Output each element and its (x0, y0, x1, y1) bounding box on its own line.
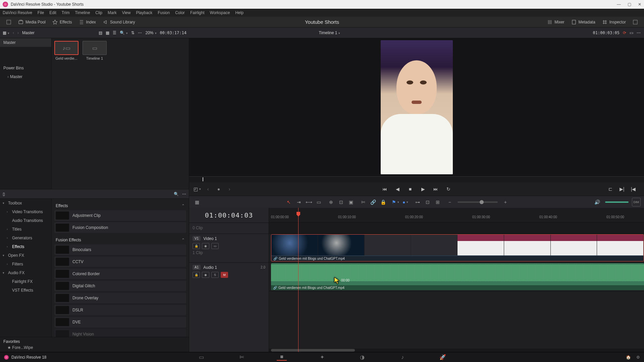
fx-preset[interactable]: Binoculars (54, 244, 186, 255)
menu-edit[interactable]: Edit (49, 10, 56, 15)
clip-item[interactable]: ♪▭ Geld verdie... (54, 41, 78, 60)
stop-button[interactable]: ■ (406, 185, 414, 193)
lock-button[interactable]: 🔒 (379, 198, 388, 206)
last-frame-button[interactable]: ⏭ (432, 185, 440, 193)
menu-mark[interactable]: Mark (108, 10, 117, 15)
timeline-scrollbar[interactable] (269, 349, 644, 352)
zoom-fit-button[interactable]: ⊡ (423, 198, 432, 206)
track-lock-button[interactable]: 🔒 (193, 243, 200, 249)
effects-button[interactable]: Effects (49, 18, 75, 26)
viewer-canvas[interactable] (189, 38, 644, 176)
track-mute-button[interactable]: M (221, 272, 228, 278)
marker-button[interactable]: ●▾ (401, 198, 410, 206)
mixer-button[interactable]: Mixer (544, 18, 568, 26)
zoom-in-button[interactable]: + (501, 198, 510, 206)
fx-vst[interactable]: VST Effects (0, 286, 51, 295)
viewer-scrubber[interactable] (189, 176, 644, 182)
power-bin-master[interactable]: ›Master (0, 72, 51, 81)
match-frame-rec[interactable]: ● (215, 185, 223, 193)
track-solo-button[interactable]: S (211, 272, 219, 278)
video-clip[interactable]: 🔗Geld verdienen mit Blogs und ChatGPT.mp… (271, 234, 644, 261)
go-next-button[interactable]: ▶| (618, 185, 626, 193)
fx-group-effects[interactable]: Effects⌃ (54, 201, 186, 210)
nav-fwd-button[interactable]: › (17, 31, 19, 35)
menu-playback[interactable]: Playback (136, 10, 152, 15)
video-track-header[interactable]: V1Video 1 🔒 ◉ ▭ 1 Clip (189, 234, 269, 262)
fx-preset[interactable]: Adjustment Clip (54, 210, 186, 221)
fx-preset[interactable]: Colored Border (54, 268, 186, 279)
overwrite-button[interactable]: ⊡ (337, 198, 345, 206)
fx-group-fusion[interactable]: Fusion Effects⌃ (54, 236, 186, 244)
menu-fusion[interactable]: Fusion (158, 10, 170, 15)
menu-fairlight[interactable]: Fairlight (190, 10, 205, 15)
sort-button[interactable]: ⇅ (131, 31, 135, 35)
first-frame-button[interactable]: ⏮ (381, 185, 389, 193)
timeline-tracks-area[interactable]: 01:00:00:00 01:00:10:00 01:00:20:00 01:0… (269, 208, 644, 352)
more-viewer-button[interactable]: ⋯ (637, 31, 641, 35)
menu-color[interactable]: Color (175, 10, 185, 15)
replace-button[interactable]: ▣ (347, 198, 356, 206)
fx-preset[interactable]: DSLR (54, 305, 186, 315)
play-button[interactable]: ▶ (419, 185, 427, 193)
menu-view[interactable]: View (122, 10, 131, 15)
media-pool-button[interactable]: Media Pool (15, 18, 49, 26)
fx-preset[interactable]: CCTV (54, 256, 186, 267)
track-src-button[interactable]: ◉ (202, 272, 209, 278)
timeline-ruler[interactable]: 01:00:00:00 01:00:10:00 01:00:20:00 01:0… (269, 208, 644, 223)
fx-panel-toggle[interactable]: ▯ (3, 192, 5, 196)
fairlight-page-tab[interactable]: ♪ (397, 354, 408, 360)
playhead[interactable] (298, 208, 299, 352)
zoom-detail-button[interactable]: ⊞ (433, 198, 442, 206)
expand-button[interactable] (3, 18, 15, 26)
breadcrumb[interactable]: Master (22, 31, 35, 35)
fx-video-transitions[interactable]: ›Video Transitions (0, 207, 51, 216)
media-pool-grid[interactable]: ♪▭ Geld verdie... ▭ Timeline 1 (52, 38, 189, 189)
trim-tool[interactable]: ⇥ (294, 198, 303, 206)
crop-button[interactable]: ◰▾ (193, 185, 201, 193)
sound-library-button[interactable]: Sound Library (99, 18, 139, 26)
favorites-header[interactable]: Favorites (3, 339, 185, 344)
mark-in-button[interactable]: ⊏ (606, 185, 614, 193)
blade-tool[interactable]: ▭ (315, 198, 323, 206)
bin-master[interactable]: Master (0, 38, 51, 47)
zoom-level[interactable]: 20%▾ (145, 31, 156, 35)
fx-audio-transitions[interactable]: Audio Transitions (0, 216, 51, 225)
menu-workspace[interactable]: Workspace (210, 10, 230, 15)
bypass-button[interactable]: ⟳ (623, 31, 626, 35)
menu-timeline[interactable]: Timeline (75, 10, 90, 15)
fx-search-button[interactable]: 🔍 (174, 192, 179, 196)
fx-preset[interactable]: Fusion Composition (54, 222, 186, 233)
home-button[interactable]: 🏠 (626, 355, 631, 360)
search-button[interactable]: 🔍▾ (120, 31, 128, 35)
track-src-button[interactable]: ◉ (202, 243, 209, 249)
menu-clip[interactable]: Clip (95, 10, 102, 15)
menu-davinci-resolve[interactable]: DaVinci Resolve (3, 10, 32, 15)
video-track[interactable]: 🔗Geld verdienen mit Blogs und ChatGPT.mp… (269, 234, 644, 262)
fx-preset[interactable]: Night Vision (54, 329, 186, 337)
timeline-name-dropdown[interactable]: Timeline 1▾ (319, 31, 340, 35)
favorite-item[interactable]: ★ Fore...Wipe (3, 345, 185, 350)
maximize-button[interactable]: ▢ (628, 2, 631, 7)
zoom-slider[interactable] (458, 201, 498, 203)
fx-preset[interactable]: DVE (54, 317, 186, 327)
flag-button[interactable]: ⚑▾ (391, 198, 400, 206)
blade-edit-button[interactable]: ✄ (359, 198, 368, 206)
fx-filters[interactable]: ›Filters (0, 260, 51, 268)
inspector-button[interactable]: Inspector (599, 18, 629, 26)
deliver-page-tab[interactable]: 🚀 (438, 354, 448, 360)
dynamic-trim-tool[interactable]: ⟷ (305, 198, 313, 206)
nav-back-button[interactable]: ‹ (13, 31, 14, 35)
track-dest-button[interactable]: ▭ (211, 243, 219, 249)
fx-more-button[interactable]: ⋯ (182, 192, 186, 196)
menu-trim[interactable]: Trim (62, 10, 70, 15)
fx-titles[interactable]: ›Titles (0, 225, 51, 234)
go-prev-button[interactable]: |◀ (629, 185, 637, 193)
snap-button[interactable]: ⊶ (413, 198, 422, 206)
volume-slider[interactable] (605, 201, 629, 203)
play-reverse-button[interactable]: ◀ (393, 185, 401, 193)
match-frame-button[interactable]: ‹ (204, 185, 212, 193)
insert-button[interactable]: ⊕ (327, 198, 335, 206)
audio-clip[interactable]: 🔗Geld verdienen mit Blogs und ChatGPT.mp… (271, 263, 644, 290)
fx-preset[interactable]: Digital Glitch (54, 281, 186, 291)
metadata-button[interactable]: Metadata (568, 18, 599, 26)
